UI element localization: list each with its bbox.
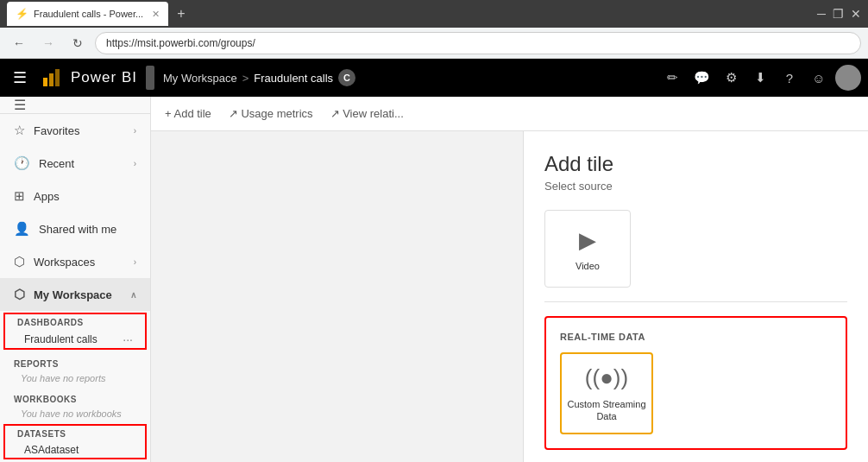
edit-icon[interactable]: ✏ (659, 65, 685, 91)
tab-close-icon[interactable]: ✕ (152, 9, 160, 20)
back-button[interactable]: ← (7, 31, 31, 55)
sidebar-hamburger-icon[interactable]: ☰ (14, 97, 26, 113)
report-name[interactable]: Fraudulent calls (254, 72, 333, 85)
workspaces-chevron-icon: › (134, 257, 136, 267)
tab-title: Fraudulent calls - Power... (34, 9, 143, 19)
recent-chevron-icon: › (134, 159, 136, 168)
streaming-tile-card[interactable]: ((●)) Custom Streaming Data (560, 352, 653, 434)
favorites-label: Favorites (34, 124, 125, 137)
no-reports-label: You have no reports (0, 371, 150, 387)
workspace-link[interactable]: My Workspace (163, 72, 237, 85)
datasets-section-header: DATASETS ASAdataset (3, 424, 147, 459)
main-area: ☰ ☆ Favorites › 🕐 Recent › ⊞ Apps 👤 (0, 97, 868, 462)
svg-rect-0 (43, 78, 47, 86)
url-text: https://msit.powerbi.com/groups/ (106, 37, 255, 49)
video-tile-card[interactable]: ▶ Video (544, 210, 631, 288)
video-tile-icon: ▶ (579, 227, 596, 254)
power-bi-logo-icon (41, 66, 66, 90)
realtime-section: REAL-TIME DATA ((●)) Custom Streaming Da… (544, 316, 847, 450)
restore-button[interactable]: ❐ (833, 7, 844, 21)
streaming-tile-label: Custom Streaming Data (567, 398, 645, 423)
dashboard-dots-icon[interactable]: ··· (123, 332, 133, 346)
reports-section-label: REPORTS (14, 359, 59, 369)
comment-icon[interactable]: 💬 (689, 65, 714, 91)
panel-title: Add tile (544, 152, 847, 176)
dashboards-section-header: DASHBOARDS Fraudulent calls ··· (3, 313, 147, 350)
my-workspace-chevron-icon: ∧ (130, 290, 136, 300)
panel-subtitle: Select source (544, 180, 847, 193)
favorites-chevron-icon: › (134, 126, 136, 136)
add-tile-button[interactable]: + Add tile (165, 107, 211, 120)
streaming-tile-icon: ((●)) (585, 364, 628, 391)
report-badge: C (338, 69, 355, 86)
apps-icon: ⊞ (14, 188, 25, 204)
shared-icon: 👤 (14, 221, 30, 237)
sidebar: ☰ ☆ Favorites › 🕐 Recent › ⊞ Apps 👤 (0, 97, 151, 462)
workspace-badge (146, 66, 154, 90)
add-tile-panel: Add tile Select source ▶ Video REAL-TIME… (523, 131, 868, 462)
workbooks-section-label: WORKBOOKS (14, 395, 77, 404)
new-tab-button[interactable]: + (173, 6, 188, 22)
top-nav: ☰ Power BI My Workspace > Fraudulent cal… (0, 59, 868, 97)
media-tiles-row: ▶ Video (544, 210, 847, 288)
sidebar-item-shared[interactable]: 👤 Shared with me (0, 212, 150, 245)
settings-icon[interactable]: ⚙ (718, 65, 744, 91)
svg-rect-1 (49, 73, 53, 86)
tab-favicon: ⚡ (16, 8, 28, 20)
sidebar-item-recent[interactable]: 🕐 Recent › (0, 147, 150, 180)
forward-button[interactable]: → (36, 31, 60, 55)
section-divider (544, 301, 847, 302)
hamburger-icon[interactable]: ☰ (7, 65, 33, 91)
browser-chrome: ⚡ Fraudulent calls - Power... ✕ + ─ ❐ ✕ (0, 0, 868, 28)
window-controls: ─ ❐ ✕ (817, 7, 861, 21)
canvas (151, 131, 523, 462)
workspaces-label: Workspaces (34, 256, 125, 269)
help-icon[interactable]: ? (777, 65, 802, 91)
my-workspace-icon: ⬡ (14, 287, 25, 302)
sidebar-item-favorites[interactable]: ☆ Favorites › (0, 114, 150, 147)
content-toolbar: + Add tile ↗ Usage metrics ↗ View relati… (151, 97, 868, 131)
breadcrumb-sep: > (242, 72, 249, 85)
recent-icon: 🕐 (14, 155, 30, 171)
no-workbooks-label: You have no workbooks (0, 407, 150, 422)
dashboards-section-label: DASHBOARDS (17, 318, 84, 327)
refresh-button[interactable]: ↻ (66, 31, 90, 55)
browser-tab[interactable]: ⚡ Fraudulent calls - Power... ✕ (7, 2, 168, 26)
logo-text: Power BI (71, 69, 137, 86)
reports-section: REPORTS (0, 351, 150, 371)
usage-metrics-button[interactable]: ↗ Usage metrics (229, 107, 313, 120)
my-workspace-label: My Workspace (34, 288, 122, 301)
asa-dataset-item[interactable]: ASAdataset (3, 440, 147, 459)
sidebar-item-apps[interactable]: ⊞ Apps (0, 180, 150, 212)
sidebar-item-my-workspace[interactable]: ⬡ My Workspace ∧ (0, 278, 150, 311)
app-container: ☰ Power BI My Workspace > Fraudulent cal… (0, 59, 868, 462)
datasets-section-label: DATASETS (17, 429, 66, 439)
video-tile-label: Video (576, 261, 600, 271)
avatar[interactable] (835, 65, 861, 91)
nav-icons: ✏ 💬 ⚙ ⬇ ? ☺ (659, 65, 861, 91)
sidebar-toolbar: ☰ (0, 97, 150, 114)
content-area: + Add tile ↗ Usage metrics ↗ View relati… (151, 97, 868, 462)
smiley-icon[interactable]: ☺ (806, 65, 832, 91)
address-bar-row: ← → ↻ https://msit.powerbi.com/groups/ (0, 28, 868, 59)
shared-label: Shared with me (39, 223, 136, 236)
view-related-button[interactable]: ↗ View relati... (330, 107, 404, 120)
minimize-button[interactable]: ─ (817, 7, 826, 21)
realtime-section-title: REAL-TIME DATA (560, 332, 832, 342)
workbooks-section: WORKBOOKS (0, 387, 150, 407)
asa-dataset-label: ASAdataset (24, 444, 79, 456)
address-bar[interactable]: https://msit.powerbi.com/groups/ (95, 32, 861, 54)
apps-label: Apps (34, 190, 136, 203)
close-button[interactable]: ✕ (851, 7, 861, 21)
sidebar-item-workspaces[interactable]: ⬡ Workspaces › (0, 245, 150, 278)
recent-label: Recent (39, 157, 125, 170)
logo-area: Power BI (41, 66, 137, 90)
breadcrumb: My Workspace > Fraudulent calls C (163, 69, 355, 86)
favorites-icon: ☆ (14, 123, 25, 138)
fraudulent-calls-label: Fraudulent calls (24, 333, 97, 345)
svg-rect-2 (55, 69, 60, 86)
dashboard-fraudulent-calls[interactable]: Fraudulent calls ··· (3, 329, 147, 350)
workspaces-icon: ⬡ (14, 254, 25, 269)
download-icon[interactable]: ⬇ (747, 65, 773, 91)
